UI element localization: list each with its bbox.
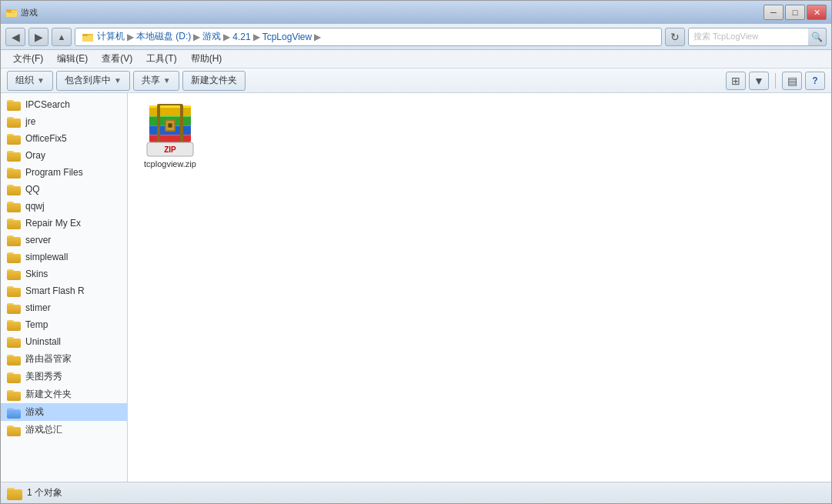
folder-icon-temp [7, 319, 21, 331]
explorer-icon [5, 6, 18, 18]
organize-button[interactable]: 组织 ▼ [7, 71, 53, 91]
sidebar-item-smartflash[interactable]: Smart Flash R [1, 282, 127, 299]
sidebar-label-stimer: stimer [25, 302, 51, 313]
sidebar-item-qqwj[interactable]: qqwj [1, 198, 127, 215]
menu-tools[interactable]: 工具(T) [140, 51, 182, 67]
svg-rect-3 [8, 12, 15, 13]
sidebar-label-jre: jre [25, 116, 35, 127]
include-library-label: 包含到库中 [65, 74, 111, 87]
new-folder-button[interactable]: 新建文件夹 [182, 71, 246, 91]
file-area: ZIP tcplogview.zip [128, 93, 831, 482]
search-button[interactable]: 🔍 [808, 28, 827, 46]
sidebar-item-games[interactable]: 游戏 [1, 403, 127, 421]
address-tcplogview[interactable]: TcpLogView [262, 32, 312, 42]
folder-icon-officefix5 [7, 132, 21, 145]
include-library-button[interactable]: 包含到库中 ▼ [56, 71, 130, 91]
toolbar-right: ⊞ ▼ ▤ ? [726, 72, 825, 90]
sidebar-item-temp[interactable]: Temp [1, 316, 127, 333]
content-area: IPCSearch jre OfficeFix5 Oray Program Fi… [1, 93, 831, 482]
share-button[interactable]: 共享 ▼ [133, 71, 179, 91]
share-label: 共享 [142, 74, 160, 87]
close-button[interactable]: ✕ [807, 5, 827, 20]
back-button[interactable]: ◀ [5, 28, 25, 46]
include-library-dropdown-icon: ▼ [114, 76, 122, 85]
sidebar-label-uninstall: Uninstall [25, 336, 61, 347]
organize-dropdown-icon: ▼ [37, 76, 45, 85]
folder-icon-skins [7, 268, 21, 280]
sidebar-item-uninstall[interactable]: Uninstall [1, 333, 127, 350]
sidebar-item-ipcsearch[interactable]: IPCSearch [1, 96, 127, 113]
menu-bar: 文件(F) 编辑(E) 查看(V) 工具(T) 帮助(H) [1, 50, 831, 68]
new-folder-label: 新建文件夹 [191, 74, 237, 87]
menu-view[interactable]: 查看(V) [95, 51, 139, 67]
sidebar-label-simplewall: simplewall [25, 252, 68, 262]
sidebar-label-qqwj: qqwj [25, 201, 45, 212]
up-button[interactable]: ▲ [52, 28, 72, 46]
sidebar-label-programfiles: Program Files [25, 167, 83, 178]
sidebar-item-router[interactable]: 路由器管家 [1, 350, 127, 368]
window-controls: ─ □ ✕ [764, 5, 827, 20]
folder-icon-gamescollection [7, 424, 21, 436]
toolbar: 组织 ▼ 包含到库中 ▼ 共享 ▼ 新建文件夹 ⊞ ▼ ▤ ? [1, 68, 831, 93]
title-bar-left: 游戏 [5, 6, 38, 18]
menu-edit[interactable]: 编辑(E) [51, 51, 94, 67]
sidebar-label-skins: Skins [25, 269, 48, 279]
refresh-button[interactable]: ↻ [665, 28, 685, 46]
search-box[interactable]: 搜索 TcpLogView [688, 28, 811, 46]
sidebar-label-games: 游戏 [25, 406, 44, 419]
address-computer[interactable]: 计算机 [97, 30, 125, 43]
folder-icon-games [7, 406, 21, 419]
sidebar-item-qq[interactable]: QQ [1, 181, 127, 198]
sidebar-item-stimer[interactable]: stimer [1, 299, 127, 316]
sidebar-item-skins[interactable]: Skins [1, 265, 127, 282]
sidebar-item-repairmyex[interactable]: Repair My Ex [1, 215, 127, 232]
folder-icon-server [7, 234, 21, 246]
folder-icon-stimer [7, 302, 21, 314]
folder-icon-qqwj [7, 200, 21, 212]
address-games[interactable]: 游戏 [202, 30, 221, 43]
sidebar-item-meitu[interactable]: 美图秀秀 [1, 368, 127, 386]
sidebar: IPCSearch jre OfficeFix5 Oray Program Fi… [1, 93, 128, 482]
sidebar-item-programfiles[interactable]: Program Files [1, 164, 127, 181]
title-bar: 游戏 ─ □ ✕ [1, 1, 831, 24]
sidebar-item-simplewall[interactable]: simplewall [1, 249, 127, 265]
folder-icon-qq [7, 183, 21, 195]
status-text: 1 个对象 [27, 486, 62, 499]
address-421[interactable]: 4.21 [232, 32, 250, 42]
sidebar-label-router: 路由器管家 [25, 352, 72, 365]
explorer-window: 游戏 ─ □ ✕ ◀ ▶ ▲ 计算机 ▶ 本地磁盘 (D:) ▶ 游戏 ▶ 4.… [0, 0, 832, 504]
address-bar[interactable]: 计算机 ▶ 本地磁盘 (D:) ▶ 游戏 ▶ 4.21 ▶ TcpLogView… [75, 28, 662, 46]
svg-rect-2 [6, 9, 12, 12]
preview-pane-button[interactable]: ▤ [782, 72, 802, 90]
view-toggle-button[interactable]: ⊞ [726, 72, 746, 90]
sidebar-item-server[interactable]: server [1, 232, 127, 249]
sidebar-item-officefix5[interactable]: OfficeFix5 [1, 130, 127, 147]
folder-address-icon [82, 31, 94, 43]
address-drive[interactable]: 本地磁盘 (D:) [136, 30, 191, 43]
sidebar-label-repairmyex: Repair My Ex [25, 218, 81, 229]
nav-bar: ◀ ▶ ▲ 计算机 ▶ 本地磁盘 (D:) ▶ 游戏 ▶ 4.21 ▶ TcpL… [1, 24, 831, 50]
maximize-button[interactable]: □ [785, 5, 805, 20]
menu-file[interactable]: 文件(F) [7, 51, 49, 67]
folder-icon-repairmyex [7, 217, 21, 229]
menu-help[interactable]: 帮助(H) [185, 51, 229, 67]
sidebar-item-newfolder[interactable]: 新建文件夹 [1, 386, 127, 403]
sidebar-item-jre[interactable]: jre [1, 113, 127, 130]
sidebar-label-gamescollection: 游戏总汇 [25, 423, 62, 436]
minimize-button[interactable]: ─ [764, 5, 784, 20]
file-item-tcplogview[interactable]: ZIP tcplogview.zip [135, 101, 205, 172]
sidebar-label-smartflash: Smart Flash R [25, 285, 85, 296]
help-button[interactable]: ? [805, 72, 825, 90]
folder-icon-uninstall [7, 335, 21, 348]
share-dropdown-icon: ▼ [163, 76, 171, 85]
folder-icon-meitu [7, 371, 21, 383]
sidebar-item-oray[interactable]: Oray [1, 147, 127, 164]
sidebar-label-ipcsearch: IPCSearch [25, 99, 70, 110]
svg-rect-6 [82, 34, 88, 36]
view-dropdown-button[interactable]: ▼ [749, 72, 769, 90]
window-title: 游戏 [21, 7, 38, 18]
forward-button[interactable]: ▶ [28, 28, 48, 46]
sidebar-item-gamescollection[interactable]: 游戏总汇 [1, 421, 127, 439]
toolbar-separator [775, 73, 776, 88]
svg-rect-14 [149, 105, 191, 108]
